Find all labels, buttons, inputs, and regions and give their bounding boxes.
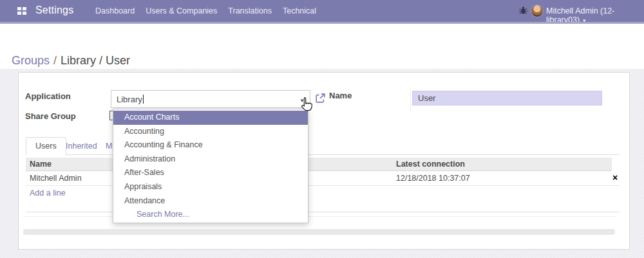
delete-row-icon[interactable]: × <box>611 171 620 184</box>
dropdown-item-administration[interactable]: Administration <box>113 152 308 167</box>
add-a-line-link[interactable]: Add a line <box>30 189 66 198</box>
debug-bug-icon[interactable] <box>518 6 528 15</box>
apps-menu-icon[interactable] <box>17 7 27 15</box>
field-column-separator <box>410 89 411 111</box>
external-link-icon[interactable] <box>315 93 326 104</box>
menu-dashboard[interactable]: Dashboard <box>95 6 135 15</box>
breadcrumb-groups-link[interactable]: Groups <box>12 54 50 67</box>
dropdown-item-account-charts[interactable]: Account Charts <box>113 111 308 125</box>
user-avatar[interactable] <box>531 5 543 17</box>
column-header-name: Name <box>30 160 52 169</box>
application-autocomplete-dropdown: Account Charts Accounting Accounting & F… <box>113 109 308 223</box>
tab-users[interactable]: Users <box>26 137 66 155</box>
name-label: Name <box>329 91 352 100</box>
breadcrumb: Groups/Library / User <box>12 54 130 68</box>
text-cursor <box>143 95 144 104</box>
share-group-label: Share Group <box>25 111 76 121</box>
dropdown-item-appraisals[interactable]: Appraisals <box>113 180 308 194</box>
dropdown-item-after-sales[interactable]: After-Sales <box>113 166 308 180</box>
application-value: Library <box>117 95 142 104</box>
cell-latest-connection: 12/18/2018 10:37:07 <box>396 174 470 183</box>
dropdown-item-accounting-finance[interactable]: Accounting & Finance <box>113 138 308 152</box>
dropdown-item-attendance[interactable]: Attendance <box>113 194 308 208</box>
column-header-latest-connection: Latest connection <box>396 160 465 169</box>
breadcrumb-current: Library / User <box>61 54 130 67</box>
breadcrumb-separator: / <box>53 54 57 67</box>
top-navbar: Settings Dashboard Users & Companies Tra… <box>0 0 644 22</box>
name-input[interactable]: User <box>412 91 602 106</box>
search-more-link[interactable]: Search More... <box>113 208 308 222</box>
application-input[interactable]: Library ▼ <box>111 90 310 108</box>
name-value: User <box>418 93 435 103</box>
tab-inherited[interactable]: Inherited <box>66 137 97 155</box>
dropdown-item-accounting[interactable]: Accounting <box>113 125 308 139</box>
dropdown-toggle-icon[interactable]: ▼ <box>299 98 305 104</box>
cell-user-name: Mitchell Admin <box>30 174 82 183</box>
separator-bar <box>23 229 615 235</box>
odoo-settings-window: Settings Dashboard Users & Companies Tra… <box>0 0 644 258</box>
application-label: Application <box>25 91 71 101</box>
topbar-menus: Dashboard Users & Companies Translations… <box>95 0 316 22</box>
menu-translations[interactable]: Translations <box>228 6 272 15</box>
menu-technical[interactable]: Technical <box>283 6 316 15</box>
menu-users-companies[interactable]: Users & Companies <box>146 6 217 15</box>
app-title: Settings <box>35 5 73 16</box>
control-panel: Groups/Library / User Save Discard 12 / … <box>0 24 644 69</box>
